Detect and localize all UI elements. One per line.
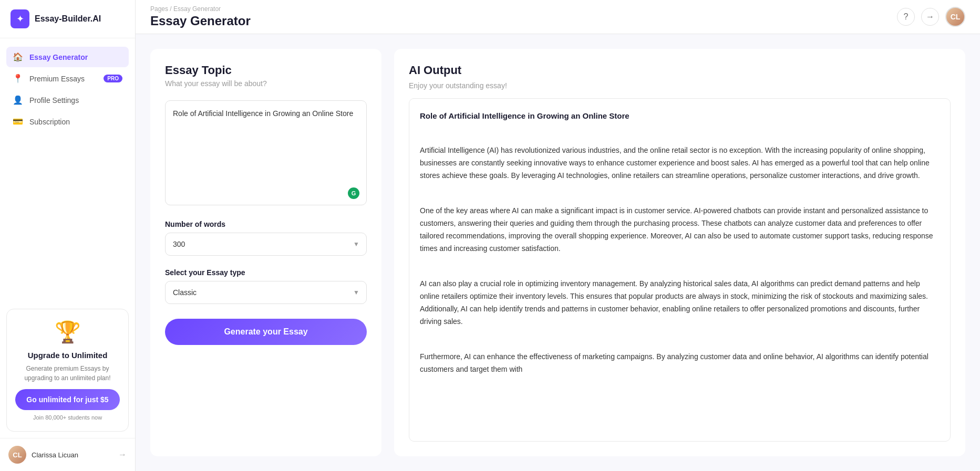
upgrade-description: Generate premium Essays by upgrading to …: [15, 364, 120, 383]
topbar: Pages / Essay Generator Essay Generator …: [136, 0, 980, 34]
sidebar-avatar-initials: CL: [13, 451, 22, 459]
app-name: Essay-Builder.AI: [35, 14, 101, 24]
logout-button[interactable]: →: [921, 8, 939, 26]
essay-topic-panel: Essay Topic What your essay will be abou…: [150, 49, 381, 456]
words-label: Number of words: [165, 220, 367, 228]
upgrade-card: 🏆 Upgrade to Unlimited Generate premium …: [6, 309, 129, 432]
nav-label-profile-settings: Profile Settings: [29, 96, 79, 104]
sidebar-item-subscription[interactable]: 💳 Subscription: [6, 111, 129, 132]
essay-paragraph-spacer: [420, 187, 940, 200]
upgrade-sub-text: Join 80,000+ students now: [33, 414, 102, 421]
essay-topic-header: Essay Topic What your essay will be abou…: [165, 64, 367, 88]
ai-output-title: AI Output: [409, 64, 951, 77]
nav-label-subscription: Subscription: [29, 118, 70, 126]
upgrade-badge-icon: 🏆: [55, 320, 81, 344]
sidebar-username: Clarissa Licuan: [32, 451, 113, 459]
words-select[interactable]: 100200300400500: [165, 233, 367, 256]
content-area: Essay Topic What your essay will be abou…: [136, 34, 980, 471]
pro-badge: PRO: [104, 75, 122, 82]
sidebar-item-essay-generator[interactable]: 🏠 Essay Generator: [6, 47, 129, 67]
essay-type-select[interactable]: ClassicArgumentativeDescriptiveNarrative…: [165, 281, 367, 304]
breadcrumb: Pages / Essay Generator Essay Generator: [150, 5, 251, 28]
generate-essay-button[interactable]: Generate your Essay: [165, 319, 367, 345]
essay-type-select-wrapper: ClassicArgumentativeDescriptiveNarrative…: [165, 281, 367, 304]
essay-paragraph-spacer: [420, 127, 940, 140]
ai-output-subtitle: Enjoy your outstanding essay!: [409, 81, 951, 90]
main-content: Pages / Essay Generator Essay Generator …: [136, 0, 980, 471]
essay-paragraph: Artificial Intelligence (AI) has revolut…: [420, 144, 940, 182]
essay-paragraph: One of the key areas where AI can make a…: [420, 205, 940, 255]
nav-icon-premium-essays: 📍: [13, 74, 23, 83]
topic-textarea-wrapper: G: [165, 100, 367, 207]
nav-icon-subscription: 💳: [13, 117, 23, 127]
nav-label-premium-essays: Premium Essays: [29, 75, 85, 83]
essay-type-label: Select your Essay type: [165, 268, 367, 277]
sidebar-footer: CL Clarissa Licuan →: [0, 438, 135, 471]
essay-type-field: Select your Essay type ClassicArgumentat…: [165, 268, 367, 304]
sidebar-nav: 🏠 Essay Generator 📍 Premium Essays PRO 👤…: [0, 38, 135, 302]
sidebar-item-profile-settings[interactable]: 👤 Profile Settings: [6, 90, 129, 110]
essay-paragraph-spacer: [420, 260, 940, 273]
sidebar: ✦ Essay-Builder.AI 🏠 Essay Generator 📍 P…: [0, 0, 136, 471]
page-title: Essay Generator: [150, 14, 251, 28]
nav-label-essay-generator: Essay Generator: [29, 53, 88, 61]
essay-topic-title: Essay Topic: [165, 64, 367, 77]
nav-icon-profile-settings: 👤: [13, 95, 23, 105]
upgrade-title: Upgrade to Unlimited: [28, 351, 108, 360]
help-button[interactable]: ?: [897, 8, 915, 26]
sidebar-avatar: CL: [8, 446, 26, 464]
nav-icon-essay-generator: 🏠: [13, 52, 23, 62]
grammarly-icon: G: [348, 187, 359, 199]
topbar-avatar[interactable]: CL: [945, 7, 965, 27]
topbar-actions: ? → CL: [897, 7, 965, 27]
words-field: Number of words 100200300400500 ▼: [165, 220, 367, 256]
ai-output-panel: AI Output Enjoy your outstanding essay! …: [394, 49, 965, 456]
essay-paragraph-spacer: [420, 333, 940, 346]
logo-icon: ✦: [11, 9, 29, 28]
topic-textarea[interactable]: [165, 100, 367, 205]
essay-output-title: Role of Artificial Intelligence in Growi…: [420, 109, 940, 123]
sidebar-item-premium-essays[interactable]: 📍 Premium Essays PRO: [6, 68, 129, 89]
sidebar-logout-icon[interactable]: →: [118, 450, 127, 459]
breadcrumb-path: Pages / Essay Generator: [150, 5, 251, 13]
upgrade-button[interactable]: Go unlimited for just $5: [15, 389, 120, 410]
sidebar-logo: ✦ Essay-Builder.AI: [0, 0, 135, 38]
essay-output-box[interactable]: Role of Artificial Intelligence in Growi…: [409, 98, 951, 442]
essay-topic-subtitle: What your essay will be about?: [165, 79, 367, 88]
essay-paragraph: AI can also play a crucial role in optim…: [420, 278, 940, 328]
essay-paragraph: Furthermore, AI can enhance the effectiv…: [420, 351, 940, 376]
words-select-wrapper: 100200300400500 ▼: [165, 233, 367, 256]
